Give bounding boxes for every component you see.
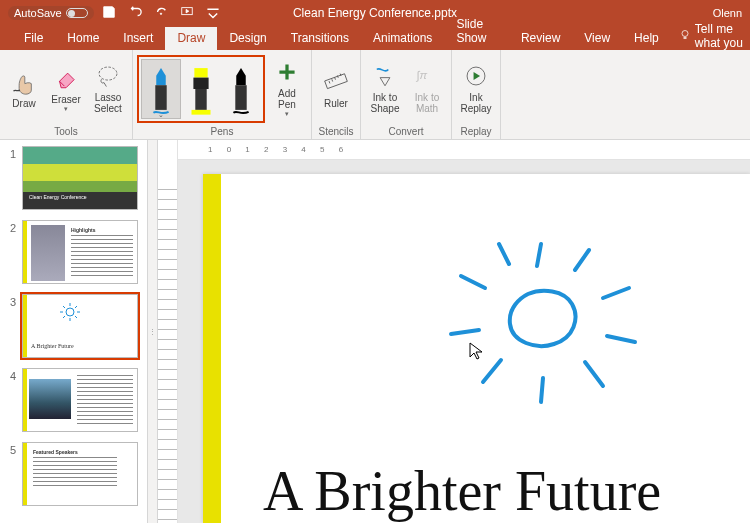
svg-rect-6 [193, 77, 208, 88]
ribbon: Draw Eraser ▾ LassoSelect Tools ⌄ [0, 50, 750, 140]
save-icon[interactable] [102, 5, 116, 21]
plus-icon [274, 59, 300, 85]
autosave-label: AutoSave [14, 7, 62, 19]
tab-home[interactable]: Home [55, 27, 111, 50]
ribbon-group-stencils: Ruler Stencils [312, 50, 361, 139]
thumb-number: 1 [4, 146, 16, 210]
thumb-number: 3 [4, 294, 16, 358]
pens-gallery[interactable]: ⌄ [137, 55, 265, 123]
pen-black[interactable] [221, 59, 261, 119]
thumb-preview [22, 368, 138, 432]
thumb-preview: Highlights [22, 220, 138, 284]
svg-rect-10 [325, 73, 348, 88]
chevron-down-icon: ⌄ [158, 111, 164, 119]
svg-point-3 [99, 67, 117, 80]
svg-rect-4 [155, 85, 166, 110]
ruler-icon [323, 69, 349, 95]
slide-canvas[interactable]: A Brighter Future [178, 160, 750, 523]
thumb-number: 4 [4, 368, 16, 432]
autosave-toggle[interactable]: AutoSave [8, 6, 94, 20]
slide-thumbnails[interactable]: 1 Clean Energy Conference 2 Highlights 3… [0, 140, 148, 523]
ink-to-shape-button[interactable]: Ink toShape [365, 55, 405, 123]
user-name[interactable]: Olenn [713, 7, 742, 19]
ink-replay-icon [463, 63, 489, 89]
lasso-label: LassoSelect [94, 92, 122, 114]
tab-help[interactable]: Help [622, 27, 671, 50]
thumb-number: 2 [4, 220, 16, 284]
ink-to-math-label: Ink toMath [415, 92, 439, 114]
tab-insert[interactable]: Insert [111, 27, 165, 50]
add-pen-label: AddPen [278, 88, 296, 110]
title-bar: AutoSave Clean Energy Conference.pptx Ol… [0, 0, 750, 26]
slide-title[interactable]: A Brighter Future [263, 459, 661, 523]
ink-replay-label: InkReplay [460, 92, 491, 114]
vertical-ruler [158, 140, 178, 523]
tab-file[interactable]: File [12, 27, 55, 50]
chevron-down-icon: ▾ [64, 105, 68, 113]
draw-button[interactable]: Draw [4, 55, 44, 123]
thumb-preview: A Brighter Future [22, 294, 138, 358]
group-label-stencils: Stencils [316, 125, 356, 139]
thumb-preview: Clean Energy Conference [22, 146, 138, 210]
undo-icon[interactable] [128, 5, 142, 21]
ribbon-group-tools: Draw Eraser ▾ LassoSelect Tools [0, 50, 133, 139]
eraser-button[interactable]: Eraser ▾ [46, 55, 86, 123]
tell-me-search[interactable]: Tell me what you [679, 22, 750, 50]
highlighter-yellow[interactable] [181, 59, 221, 119]
pen-blue[interactable]: ⌄ [141, 59, 181, 119]
quick-access-toolbar [102, 5, 220, 21]
draw-label: Draw [12, 98, 35, 109]
ribbon-group-pens: ⌄ AddPen ▾ Pens [133, 50, 312, 139]
toggle-off-icon [66, 8, 88, 18]
cursor-icon [468, 342, 484, 363]
thumbnail-5[interactable]: 5 Featured Speakers [4, 442, 147, 506]
tab-animations[interactable]: Animations [361, 27, 444, 50]
start-slideshow-icon[interactable] [180, 5, 194, 21]
tab-design[interactable]: Design [217, 27, 278, 50]
thumb-preview: Featured Speakers [22, 442, 138, 506]
chevron-down-icon: ▾ [285, 110, 289, 118]
ribbon-group-convert: Ink toShape ∫π Ink toMath Convert [361, 50, 452, 139]
svg-rect-7 [195, 89, 206, 110]
tab-review[interactable]: Review [509, 27, 572, 50]
lasso-icon [95, 63, 121, 89]
thumbnail-2[interactable]: 2 Highlights [4, 220, 147, 284]
svg-point-0 [160, 13, 161, 14]
tab-view[interactable]: View [572, 27, 622, 50]
thumb-number: 5 [4, 442, 16, 506]
ink-to-shape-label: Ink toShape [371, 92, 400, 114]
thumbnail-1[interactable]: 1 Clean Energy Conference [4, 146, 147, 210]
ribbon-group-replay: InkReplay Replay [452, 50, 501, 139]
thumbnail-3[interactable]: 3 A Brighter Future [4, 294, 147, 358]
lightbulb-icon [679, 29, 691, 44]
svg-point-2 [682, 30, 688, 36]
tell-me-label: Tell me what you [695, 22, 750, 50]
ink-to-shape-icon [372, 63, 398, 89]
splitter[interactable]: ⋮ [148, 140, 158, 523]
thumbnail-4[interactable]: 4 [4, 368, 147, 432]
group-label-replay: Replay [456, 125, 496, 139]
ribbon-tabs: File Home Insert Draw Design Transitions… [0, 26, 750, 50]
svg-rect-9 [235, 85, 246, 110]
svg-text:∫π: ∫π [415, 69, 427, 82]
tab-transitions[interactable]: Transitions [279, 27, 361, 50]
group-label-convert: Convert [365, 125, 447, 139]
tab-draw[interactable]: Draw [165, 27, 217, 50]
horizontal-ruler: 1 0 1 2 3 4 5 6 [178, 140, 750, 160]
redo-icon[interactable] [154, 5, 168, 21]
ink-sun-drawing [413, 214, 673, 414]
svg-rect-8 [192, 109, 211, 114]
work-area: 1 Clean Energy Conference 2 Highlights 3… [0, 140, 750, 523]
canvas-wrap: 1 0 1 2 3 4 5 6 [178, 140, 750, 523]
qat-dropdown-icon[interactable] [206, 5, 220, 21]
add-pen-button[interactable]: AddPen ▾ [267, 55, 307, 123]
slide[interactable]: A Brighter Future [203, 174, 750, 523]
accent-bar [203, 174, 221, 523]
group-label-pens: Pens [137, 125, 307, 139]
ruler-button[interactable]: Ruler [316, 55, 356, 123]
ink-replay-button[interactable]: InkReplay [456, 55, 496, 123]
group-label-tools: Tools [4, 125, 128, 139]
draw-finger-icon [11, 69, 37, 95]
ink-to-math-button: ∫π Ink toMath [407, 55, 447, 123]
lasso-select-button[interactable]: LassoSelect [88, 55, 128, 123]
